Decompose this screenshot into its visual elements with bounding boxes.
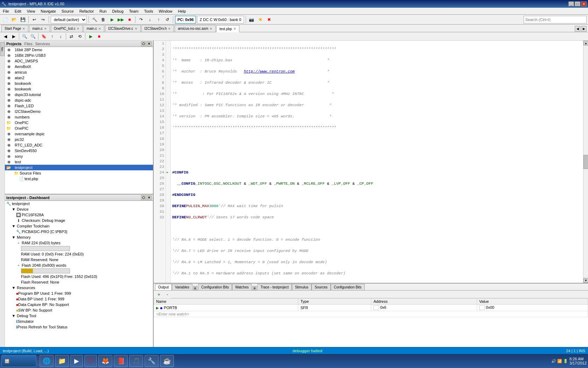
menu-refactor[interactable]: Refactor	[77, 8, 97, 14]
taskbar-explorer[interactable]: 📁	[55, 355, 69, 367]
btab-watches[interactable]: Watches	[232, 284, 252, 290]
dash-pic16f628a[interactable]: 🔲PIC16F628A	[5, 212, 153, 218]
menu-help[interactable]: Help	[175, 8, 189, 14]
step-over-btn[interactable]: ↷	[137, 16, 145, 23]
dash-testproject[interactable]: 🔧testproject	[5, 201, 153, 206]
clean-btn[interactable]: 🗑	[99, 16, 107, 23]
watch-enter-new[interactable]: <Enter new watch>	[154, 311, 588, 317]
run2-btn[interactable]: ▶	[87, 33, 94, 40]
nav-tab-nav[interactable]: Nav	[0, 42, 5, 56]
menu-view[interactable]: View	[24, 8, 38, 14]
maximize-button[interactable]: □	[575, 1, 580, 6]
menu-edit[interactable]: Edit	[12, 8, 24, 14]
services-tab[interactable]: Services	[35, 42, 50, 46]
redo-btn[interactable]: ↪	[39, 16, 47, 23]
open-btn[interactable]: 📂	[10, 16, 18, 23]
config-dropdown[interactable]: default (active)	[51, 16, 87, 23]
undo-btn[interactable]: ↩	[30, 16, 38, 23]
tab-amicus[interactable]: amicus-no-osc.asm✕	[175, 25, 216, 32]
diff-btn[interactable]: ⇄	[68, 33, 75, 40]
btab-config-bits-1[interactable]: Configuration Bits	[198, 284, 232, 290]
back-btn[interactable]: ◀	[1, 33, 9, 40]
tree-item-bookwork1[interactable]: ⊕bookwork	[5, 81, 153, 86]
tab-main-c-2[interactable]: main.c✕	[83, 25, 104, 32]
hist-btn[interactable]: ⟲	[76, 33, 84, 40]
add-watch-btn[interactable]: +	[155, 291, 163, 298]
projects-tab[interactable]: Projects	[6, 42, 21, 46]
menu-file[interactable]: File	[0, 8, 12, 14]
x-btn1[interactable]: ✖	[257, 16, 264, 23]
next-mark-btn[interactable]: ↓	[57, 33, 64, 40]
tree-item-amicus[interactable]: ⊕amicus	[5, 69, 153, 75]
tab-close[interactable]: ✕	[168, 27, 171, 30]
debug-btn[interactable]: ▶▶	[117, 16, 125, 23]
tree-item-aerobotx[interactable]: ⊕AeroBotX	[5, 64, 153, 69]
watch-row-portb[interactable]: ▶ ◆ PORTB SFR 0x6 0x00	[154, 305, 588, 311]
prev-mark-btn[interactable]: ↑	[48, 33, 56, 40]
menu-debug[interactable]: Debug	[109, 8, 126, 14]
tree-item-testpbp[interactable]: 📄test.pbp	[5, 176, 153, 182]
minimize-button[interactable]: _	[568, 1, 574, 6]
tree-item-adc[interactable]: ⊕ADC_1MSPS	[5, 58, 153, 64]
taskbar-mplab[interactable]: 🔧	[145, 355, 159, 367]
tree-item-i2cslave[interactable]: ⊕I2CSlaveDemo	[5, 109, 153, 114]
tab-close[interactable]: ✕	[135, 27, 138, 30]
tree-item-bookwork2[interactable]: ⊕bookwork	[5, 86, 153, 92]
tree-item-testproject[interactable]: 📂testproject	[5, 165, 153, 170]
tree-item-16bit28pin[interactable]: ⊕16Bit 28Pin USB3	[5, 53, 153, 58]
dash-compiler[interactable]: ▼Compiler Toolchain	[5, 223, 153, 229]
btab-output[interactable]: Output	[155, 284, 172, 290]
snapshot-btn[interactable]: 📷	[248, 16, 255, 23]
menu-team[interactable]: Team	[126, 8, 141, 14]
btab-sources[interactable]: Sources	[312, 284, 331, 290]
tree-item-sony[interactable]: ⊕sony	[5, 154, 153, 159]
tree-item-numbers[interactable]: ⊕numbers	[5, 114, 153, 120]
btab-stimulus[interactable]: Stimulus	[292, 284, 312, 290]
window-controls[interactable]: _ □ ✕	[568, 1, 587, 6]
zoom-out-btn[interactable]: 🔍	[29, 33, 37, 40]
menu-run[interactable]: Run	[97, 8, 109, 14]
dash-debugtool[interactable]: ▼Debug Tool	[5, 313, 153, 319]
taskbar-java[interactable]: ☕	[160, 355, 174, 367]
tab-close[interactable]: ✕	[233, 27, 236, 30]
zoom-in-btn[interactable]: 🔍	[21, 33, 28, 40]
step-out-btn[interactable]: ↑	[155, 16, 162, 23]
tab-close[interactable]: ✕	[44, 27, 47, 30]
tree-item-dspicadc[interactable]: ⊕dspic-adc	[5, 97, 153, 103]
new-project-btn[interactable]: 📄	[1, 16, 9, 23]
code-editor[interactable]: 1234567891011121314151617181920212223242…	[154, 41, 588, 283]
scroll-thumb[interactable]	[583, 155, 588, 169]
tab-main-c-1[interactable]: main.c✕	[29, 25, 50, 32]
taskbar-firefox[interactable]: 🦊	[98, 355, 112, 367]
tree-item-test[interactable]: ⊕test	[5, 159, 153, 165]
save-btn[interactable]: 💾	[19, 16, 27, 23]
scroll-down-btn[interactable]: ▼	[583, 278, 588, 283]
stop2-btn[interactable]: ■	[95, 33, 103, 40]
tree-item-pic32[interactable]: ⊕pic32	[5, 137, 153, 142]
btab-watches-options-btn[interactable]: ⊕	[252, 286, 257, 290]
search-input[interactable]	[524, 16, 587, 23]
panel-close-btn[interactable]: ✕	[147, 41, 152, 46]
btab-trace[interactable]: Trace - testproject	[257, 284, 292, 290]
run-btn[interactable]: ▶	[108, 16, 116, 23]
forward-btn[interactable]: ▶	[10, 33, 18, 40]
files-tab[interactable]: Files	[24, 42, 32, 46]
taskbar-music[interactable]: 🎵	[129, 355, 143, 367]
tab-i2cslave-drv[interactable]: I2CSlaveDrv.h✕	[141, 25, 174, 32]
tab-test-pbp[interactable]: test.pbp✕	[216, 25, 239, 32]
panel-sync-btn[interactable]: ⬡	[141, 41, 146, 46]
stop-btn[interactable]: ■	[126, 16, 133, 23]
build-btn[interactable]: 🔨	[91, 16, 98, 23]
remove-watch-btn[interactable]: -	[163, 291, 171, 298]
btab-options-btn[interactable]: ⊕	[193, 286, 197, 290]
start-button[interactable]: 🪟	[1, 355, 36, 367]
menu-tools[interactable]: Tools	[141, 8, 156, 14]
tree-item-oversample[interactable]: ⊕oversample dspic	[5, 131, 153, 137]
close-button[interactable]: ✕	[581, 1, 587, 6]
tab-close[interactable]: ✕	[98, 27, 101, 30]
tree-item-atan2[interactable]: ⊕atan2	[5, 75, 153, 81]
scroll-up-btn[interactable]: ▲	[583, 41, 588, 46]
dashboard-close-btn[interactable]: ✕	[147, 195, 152, 200]
taskbar-wmp[interactable]: ▶	[70, 355, 83, 367]
dash-device[interactable]: ▼Device	[5, 206, 153, 212]
